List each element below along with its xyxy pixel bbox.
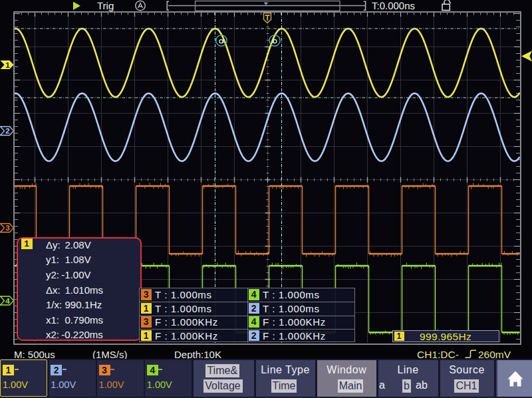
svg-text:3: 3 <box>5 224 9 232</box>
svg-text:T:0.000ns: T:0.000ns <box>372 1 415 12</box>
svg-text:2: 2 <box>5 127 9 135</box>
svg-text:4: 4 <box>5 297 10 305</box>
svg-text:Trig: Trig <box>97 1 114 12</box>
svg-text:1: 1 <box>5 61 10 69</box>
